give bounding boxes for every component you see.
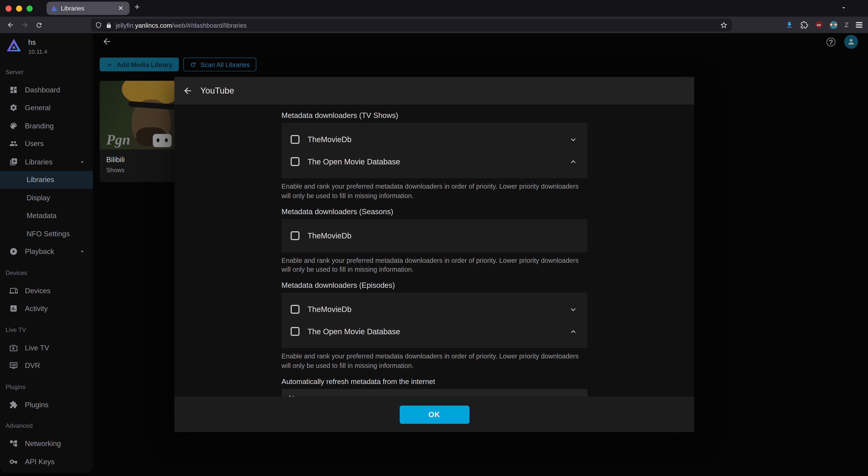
sidebar-item-live-tv[interactable]: Live TV [0, 339, 93, 357]
checkbox[interactable] [290, 157, 299, 166]
dialog-body: Metadata downloaders (TV Shows) TheMovie… [175, 104, 694, 397]
people-icon [9, 139, 18, 148]
window-minimize-button[interactable] [16, 5, 22, 11]
sidebar-item-label: NFO Settings [27, 229, 70, 238]
downloader-name: TheMovieDb [308, 135, 351, 144]
bookmark-star-icon[interactable] [720, 22, 727, 29]
sidebar-item-display[interactable]: Display [0, 189, 93, 207]
sidebar-item-label: Live TV [25, 344, 49, 352]
sidebar-item-label: Dashboard [25, 86, 60, 94]
sidebar-item-plugins[interactable]: Plugins [0, 395, 93, 414]
sidebar-group-server: Server [0, 63, 93, 81]
shield-icon[interactable] [95, 22, 102, 29]
page-back-arrow-icon[interactable] [102, 37, 112, 46]
zotero-extension-icon[interactable]: Z [844, 21, 848, 29]
sidebar-item-playback[interactable]: Playback [0, 243, 93, 261]
main-content: ? Add Media Library Scan All Libraries [93, 33, 868, 476]
section-label-tv-shows: Metadata downloaders (TV Shows) [281, 111, 587, 120]
sidebar-item-networking[interactable]: Networking [0, 435, 93, 452]
sidebar-item-branding[interactable]: Branding [0, 117, 93, 135]
ublock-extension-icon[interactable]: uo [815, 21, 823, 29]
new-tab-button[interactable]: + [134, 2, 140, 12]
sidebar-item-devices[interactable]: Devices [0, 282, 93, 299]
help-text: Enable and rank your preferred metadata … [281, 182, 587, 201]
sidebar-item-dashboard[interactable]: Dashboard [0, 81, 93, 99]
sidebar-item-general[interactable]: General [0, 99, 93, 117]
server-version: 10.11.4 [28, 48, 47, 55]
sort-up-icon[interactable] [569, 157, 577, 166]
add-media-library-button[interactable]: Add Media Library [100, 58, 179, 71]
checkbox[interactable] [290, 135, 299, 144]
back-icon[interactable] [7, 21, 14, 29]
server-name: hs [28, 39, 47, 46]
window-controls [6, 5, 33, 11]
downloads-icon[interactable] [785, 21, 793, 29]
downloader-row[interactable]: The Open Movie Database [281, 151, 587, 172]
help-text: Enable and rank your preferred metadata … [281, 352, 587, 371]
puzzle-icon [9, 401, 18, 409]
downloader-panel-seasons: TheMovieDb [281, 219, 587, 252]
key-icon [9, 457, 18, 466]
url-text[interactable]: jellyfin.yanlincs.com/web/#/dashboard/li… [116, 22, 716, 29]
live-tv-icon [9, 344, 18, 352]
sidebar-item-nfo-settings[interactable]: NFO Settings [0, 225, 93, 243]
tab-list-chevron-icon[interactable] [840, 4, 847, 11]
downloader-row[interactable]: TheMovieDb [281, 224, 587, 247]
library-add-icon [9, 158, 18, 166]
sidebar-item-libraries[interactable]: Libraries [0, 153, 93, 171]
sidebar-item-activity[interactable]: Activity [0, 299, 93, 318]
screen: Libraries ✕ + jellyfin.yanlincs.com/web/… [0, 0, 868, 476]
tab-close-icon[interactable]: ✕ [116, 4, 125, 12]
sidebar-item-label: Display [27, 193, 50, 202]
goggles-extension-icon[interactable] [830, 21, 837, 29]
sidebar-item-label: API Keys [25, 457, 55, 466]
sidebar-item-label: Activity [25, 305, 48, 313]
help-icon[interactable]: ? [827, 38, 835, 46]
window-close-button[interactable] [6, 5, 11, 11]
downloader-row[interactable]: TheMovieDb [281, 298, 587, 320]
sidebar-item-dvr[interactable]: DVR [0, 356, 93, 375]
refresh-interval-select[interactable]: Never [281, 389, 587, 397]
forward-icon[interactable] [21, 21, 29, 29]
downloader-panel-tv-shows: TheMovieDb The Open Movie Database [281, 123, 587, 178]
jellyfin-favicon-icon [51, 6, 57, 11]
url-bar[interactable]: jellyfin.yanlincs.com/web/#/dashboard/li… [91, 19, 732, 32]
sidebar-item-label: DVR [25, 361, 40, 370]
chevron-up-icon [79, 158, 86, 165]
sidebar-item-api-keys[interactable]: API Keys [0, 452, 93, 471]
sidebar-item-label: Plugins [25, 401, 49, 409]
reload-icon[interactable] [35, 21, 42, 29]
dialog-back-arrow-icon[interactable] [183, 86, 193, 96]
downloader-row[interactable]: TheMovieDb [281, 128, 587, 151]
downloader-name: TheMovieDb [308, 231, 351, 240]
downloader-name: The Open Movie Database [308, 157, 400, 166]
checkbox[interactable] [290, 327, 299, 336]
sidebar-item-label: Devices [25, 286, 51, 295]
sort-down-icon[interactable] [569, 305, 577, 314]
sidebar-group-devices: Devices [0, 263, 93, 282]
dvr-icon [9, 361, 18, 370]
user-avatar[interactable] [844, 35, 858, 49]
browser-tab[interactable]: Libraries ✕ [46, 2, 130, 15]
checkbox[interactable] [290, 231, 299, 240]
browser-tab-bar: Libraries ✕ + [0, 0, 868, 17]
sidebar-item-metadata[interactable]: Metadata [0, 207, 93, 225]
extensions-puzzle-icon[interactable] [800, 21, 808, 29]
section-label-seasons: Metadata downloaders (Seasons) [281, 207, 587, 216]
downloader-panel-episodes: TheMovieDb The Open Movie Database [281, 293, 587, 348]
refresh-icon [190, 61, 197, 68]
sort-up-icon[interactable] [569, 327, 577, 336]
sidebar: hs 10.11.4 Server Dashboard General Bran… [0, 33, 93, 473]
scan-all-libraries-button[interactable]: Scan All Libraries [184, 58, 256, 71]
menu-hamburger-icon[interactable] [856, 22, 862, 28]
ok-button[interactable]: OK [399, 405, 469, 423]
network-icon [9, 439, 18, 448]
downloader-row[interactable]: The Open Movie Database [281, 320, 587, 343]
devices-icon [9, 286, 18, 295]
checkbox[interactable] [290, 305, 299, 314]
sort-down-icon[interactable] [569, 135, 577, 144]
sidebar-item-users[interactable]: Users [0, 135, 93, 153]
window-zoom-button[interactable] [27, 5, 33, 11]
lock-icon[interactable] [106, 22, 112, 29]
sidebar-item-libraries-sub[interactable]: Libraries [0, 170, 93, 189]
